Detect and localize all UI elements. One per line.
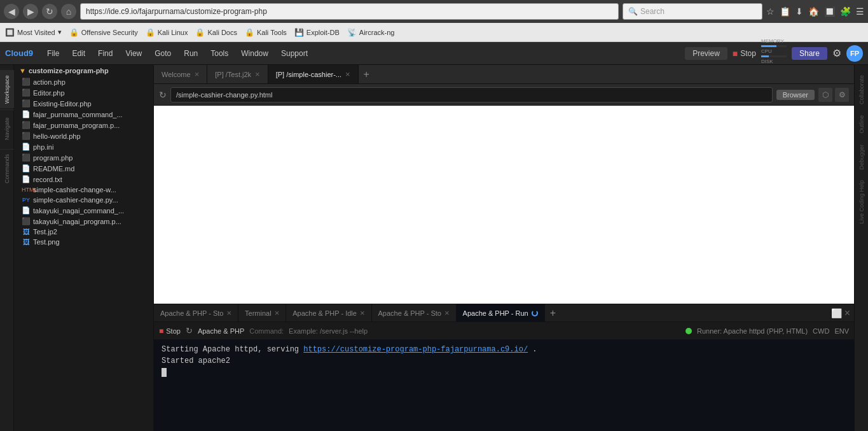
menu-goto[interactable]: Goto xyxy=(148,46,177,60)
file-fajar-command[interactable]: 📄 fajar_purnama_command_... xyxy=(14,109,153,120)
file-takayuki-command[interactable]: 📄 takayuki_nagai_command_... xyxy=(14,205,153,216)
terminal-line-2: Started apache2 xyxy=(162,355,846,367)
browser-type-button[interactable]: Browser xyxy=(776,90,815,100)
apps-icon[interactable]: 🔲 xyxy=(824,6,835,17)
bookmark-icon[interactable]: 📋 xyxy=(780,6,790,17)
bottom-tab-apache-sto-2[interactable]: Apache & PHP - Sto × xyxy=(372,304,457,322)
cwd-button[interactable]: CWD xyxy=(813,327,829,335)
file-hello-world[interactable]: ⬛ hello-world.php xyxy=(14,131,153,141)
status-indicator xyxy=(685,328,692,334)
root-folder[interactable]: ▼ customize-program-php xyxy=(14,65,153,76)
stop-button[interactable]: ■ Stop xyxy=(733,48,756,59)
menu-window[interactable]: Window xyxy=(235,46,275,60)
env-button[interactable]: ENV xyxy=(834,327,849,335)
bottom-tab-apache-run[interactable]: Apache & PHP - Run xyxy=(457,304,545,322)
html-icon: HTML xyxy=(22,187,31,193)
menu-icon[interactable]: ☰ xyxy=(856,6,864,17)
editor-content xyxy=(154,106,854,304)
browser-toolbar: ◀ ▶ ↻ ⌂ https://ide.c9.io/fajarpurnama/c… xyxy=(0,0,868,23)
terminal-link[interactable]: https://customize-program-php-fajarpurna… xyxy=(303,345,528,354)
bookmark-kali-linux[interactable]: 🔒 Kali Linux xyxy=(146,28,188,37)
command-input[interactable] xyxy=(289,327,680,335)
right-panel-collaborate[interactable]: Collaborate xyxy=(857,70,866,110)
ide-container: Cloud9 File Edit Find View Goto Run Tool… xyxy=(0,42,868,431)
back-button[interactable]: ◀ xyxy=(4,4,19,19)
file-test-jp2[interactable]: 🖼 Test.jp2 xyxy=(14,227,153,237)
settings-icon[interactable]: ⚙ xyxy=(832,47,841,59)
bottom-tab-terminal[interactable]: Terminal × xyxy=(238,304,286,322)
file-takayuki-program[interactable]: ⬛ takayuki_nagai_program.p... xyxy=(14,216,153,227)
url-bar[interactable]: https://ide.c9.io/fajarpurnama/customize… xyxy=(80,3,619,20)
right-panel-debugger[interactable]: Debugger xyxy=(857,139,866,175)
tab-close-simple-cashier[interactable]: × xyxy=(345,70,350,78)
right-panel-live-coding[interactable]: Live Coding Help xyxy=(857,175,866,229)
close-icon[interactable]: × xyxy=(444,308,450,318)
tab-add-button[interactable]: + xyxy=(359,65,375,84)
browser-popout-button[interactable]: ⬡ xyxy=(818,88,832,102)
browser-settings-button[interactable]: ⚙ xyxy=(835,88,849,102)
file-action-php[interactable]: ⬛ action.php xyxy=(14,76,153,87)
refresh-icon[interactable]: ↻ xyxy=(159,90,167,100)
file-existing-editor-php[interactable]: ⬛ Existing-Editor.php xyxy=(14,98,153,109)
side-panel-workspace[interactable]: Workspace xyxy=(0,70,14,108)
user-avatar[interactable]: FP xyxy=(846,45,863,62)
bottom-tab-apache-sto-1[interactable]: Apache & PHP - Sto × xyxy=(154,304,238,322)
reload-button[interactable]: ↻ xyxy=(42,4,57,19)
bookmark-offensive-security[interactable]: 🔒 Offensive Security xyxy=(69,28,138,37)
file-test-png[interactable]: 🖼 Test.png xyxy=(14,237,153,247)
bookmark-exploit-db[interactable]: 💾 Exploit-DB xyxy=(294,28,340,37)
menu-file[interactable]: File xyxy=(41,46,65,60)
tab-simple-cashier[interactable]: [P] /simple-cashier-... × xyxy=(268,65,359,84)
bookmark-most-visited[interactable]: 🔲 Most Visited ▾ xyxy=(5,28,62,37)
file-fajar-program[interactable]: ⬛ fajar_purnama_program.p... xyxy=(14,120,153,131)
txt-icon: 📄 xyxy=(22,110,31,118)
close-icon[interactable]: × xyxy=(360,308,365,318)
star-icon[interactable]: ☆ xyxy=(766,6,775,17)
menu-find[interactable]: Find xyxy=(92,46,119,60)
file-editor-php[interactable]: ⬛ Editor.php xyxy=(14,87,153,98)
menu-edit[interactable]: Edit xyxy=(65,46,92,60)
bottom-tab-apache-idle[interactable]: Apache & PHP - Idle × xyxy=(286,304,371,322)
expand-icon[interactable]: ⬜ xyxy=(831,308,842,318)
file-php-ini[interactable]: 📄 php.ini xyxy=(14,141,153,152)
right-panel-outline[interactable]: Outline xyxy=(857,110,866,139)
menu-support[interactable]: Support xyxy=(275,46,314,60)
tab-close-test-j2k[interactable]: × xyxy=(255,70,260,78)
search-bar[interactable]: 🔍 Search xyxy=(623,3,762,20)
close-icon[interactable]: × xyxy=(275,308,280,318)
file-record[interactable]: 📄 record.txt xyxy=(14,174,153,185)
tab-welcome[interactable]: Welcome × xyxy=(154,65,207,84)
forward-button[interactable]: ▶ xyxy=(23,4,38,19)
md-icon: 📄 xyxy=(22,164,31,173)
side-panel-commands[interactable]: Commands xyxy=(0,149,14,187)
bookmark-aircrack-ng[interactable]: 📡 Aircrack-ng xyxy=(347,28,395,37)
php-icon: ⬛ xyxy=(22,153,31,162)
menu-tools[interactable]: Tools xyxy=(204,46,235,60)
tab-close-welcome[interactable]: × xyxy=(195,70,200,78)
side-panel-navigate[interactable]: Navigate xyxy=(0,110,14,148)
file-name: takayuki_nagai_program.p... xyxy=(33,218,121,225)
close-icon[interactable]: × xyxy=(226,308,231,318)
share-button[interactable]: Share xyxy=(792,47,827,60)
menu-run[interactable]: Run xyxy=(177,46,204,60)
bookmark-kali-tools[interactable]: 🔒 Kali Tools xyxy=(245,28,287,37)
terminal-stop-button[interactable]: ■ Stop xyxy=(159,327,181,336)
file-program-php[interactable]: ⬛ program.php xyxy=(14,152,153,163)
file-cashier-py[interactable]: PY simple-cashier-change.py... xyxy=(14,195,153,205)
extensions-icon[interactable]: 🧩 xyxy=(840,6,851,17)
bookmark-kali-docs[interactable]: 🔒 Kali Docs xyxy=(195,28,237,37)
browser-url-input[interactable] xyxy=(170,87,773,102)
menu-view[interactable]: View xyxy=(119,46,148,60)
close-panel-icon[interactable]: × xyxy=(844,307,850,319)
bottom-tab-add-button[interactable]: + xyxy=(545,304,561,323)
stop-icon: ■ xyxy=(159,327,163,336)
preview-button[interactable]: Preview xyxy=(685,47,727,60)
command-label: Command: xyxy=(249,327,284,335)
tab-test-j2k[interactable]: [P] /Test.j2k × xyxy=(207,65,268,84)
home-icon[interactable]: 🏠 xyxy=(808,6,819,17)
file-cashier-w[interactable]: HTML simple-cashier-change-w... xyxy=(14,185,153,195)
terminal-refresh-icon[interactable]: ↻ xyxy=(186,326,193,336)
home-button[interactable]: ⌂ xyxy=(61,4,76,19)
download-icon[interactable]: ⬇ xyxy=(796,6,803,17)
file-readme[interactable]: 📄 README.md xyxy=(14,163,153,174)
